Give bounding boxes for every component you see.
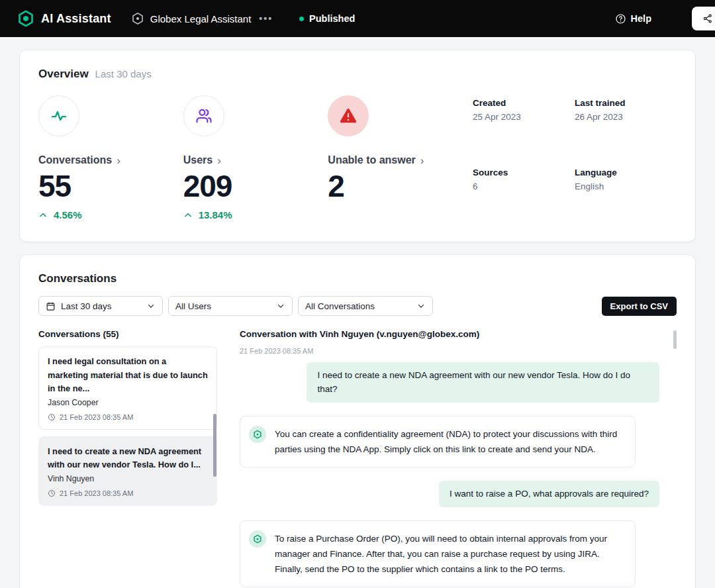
delta-value: 4.56%	[54, 209, 82, 220]
user-message: I need to create a new NDA agreement wit…	[307, 362, 659, 403]
assistant-hexagon-icon	[131, 12, 144, 25]
more-options-icon[interactable]: •••	[259, 13, 273, 24]
stat-users-label: Users	[183, 154, 213, 166]
users-filter-dropdown[interactable]: All Users	[168, 296, 293, 316]
help-label: Help	[631, 13, 651, 24]
publish-status: Published	[299, 13, 355, 24]
stat-users-value: 209	[183, 170, 328, 202]
assistant-selector[interactable]: Globex Legal Assistant	[131, 12, 252, 25]
date-range-dropdown[interactable]: Last 30 days	[38, 296, 163, 316]
conversation-detail-timestamp: 21 Feb 2023 08:35 AM	[240, 347, 659, 355]
meta-label: Last trained	[575, 98, 677, 108]
stat-unable-value: 2	[328, 170, 473, 202]
share-icon	[702, 13, 713, 24]
conversation-list-item[interactable]: I need legal consultation on a marketing…	[38, 346, 217, 429]
conversations-card: Conversations Last 30 days All Users All…	[20, 255, 695, 588]
calendar-icon	[46, 301, 56, 311]
meta-last-trained: Last trained 26 Apr 2023	[575, 98, 677, 152]
published-label: Published	[309, 13, 355, 24]
app-logo-icon	[17, 10, 34, 27]
stat-unable-to-answer: Unable to answer › 2	[328, 95, 473, 220]
stat-unable-link[interactable]: Unable to answer ›	[328, 154, 424, 166]
chevron-right-icon: ›	[117, 155, 120, 166]
users-icon	[183, 95, 224, 136]
meta-value: English	[575, 181, 677, 191]
stat-conversations-delta: 4.56%	[38, 209, 183, 220]
stat-conversations: Conversations › 55 4.56%	[38, 95, 183, 220]
meta-value: 6	[473, 181, 575, 191]
filters-row: Last 30 days All Users All Conversations…	[38, 296, 677, 316]
app-brand: AI Assistant	[17, 10, 111, 27]
stat-users-link[interactable]: Users ›	[183, 154, 221, 166]
activity-icon	[38, 95, 79, 136]
meta-value: 25 Apr 2023	[473, 112, 575, 122]
conversation-list-item-selected[interactable]: I need to create a new NDA agreement wit…	[38, 436, 217, 506]
help-icon	[615, 13, 626, 24]
chevron-down-icon	[146, 301, 156, 311]
meta-value: 26 Apr 2023	[575, 112, 677, 122]
clock-icon	[48, 413, 56, 421]
chevron-right-icon: ›	[420, 155, 424, 166]
stat-users: Users › 209 13.84%	[183, 95, 328, 220]
app-name: AI Assistant	[41, 12, 111, 26]
conversation-detail-title: Conversation with Vinh Nguyen (v.nguyen@…	[240, 329, 659, 339]
bot-avatar	[249, 530, 266, 548]
conversation-author: Vinh Nguyen	[48, 474, 208, 483]
overview-subtitle: Last 30 days	[95, 68, 152, 79]
meta-language: Language English	[575, 168, 677, 221]
user-message: I want to raise a PO, what approvals are…	[439, 481, 659, 507]
conversation-time: 21 Feb 2023 08:35 AM	[60, 489, 133, 497]
list-scrollbar-thumb[interactable]	[213, 414, 216, 477]
bot-message: You can create a confidentiality agreeme…	[240, 416, 636, 467]
conversation-type-value: All Conversations	[305, 301, 375, 311]
chevron-down-icon	[416, 301, 426, 311]
conversation-list: I need legal consultation on a marketing…	[38, 346, 217, 505]
assistant-name: Globex Legal Assistant	[150, 13, 252, 24]
bot-message-text: You can create a confidentiality agreeme…	[275, 426, 624, 458]
export-csv-button[interactable]: Export to CSV	[602, 297, 677, 316]
users-filter-value: All Users	[175, 301, 211, 311]
stat-unable-label: Unable to answer	[328, 154, 415, 166]
overview-meta: Created 25 Apr 2023 Last trained 26 Apr …	[473, 95, 677, 220]
conversation-list-header: Conversations (55)	[38, 329, 217, 339]
detail-scrollbar-thumb[interactable]	[673, 330, 677, 349]
conversation-preview: I need to create a new NDA agreement wit…	[48, 445, 208, 472]
share-button[interactable]: Share	[692, 7, 715, 30]
stat-conversations-label: Conversations	[38, 154, 112, 166]
conversation-time: 21 Feb 2023 08:35 AM	[60, 413, 133, 421]
bot-avatar	[249, 426, 266, 443]
meta-label: Created	[473, 98, 575, 108]
clock-icon	[48, 489, 56, 497]
chevron-right-icon: ›	[217, 155, 221, 166]
caret-up-icon	[183, 211, 193, 220]
conversation-author: Jason Cooper	[48, 398, 208, 407]
stat-conversations-link[interactable]: Conversations ›	[38, 154, 120, 166]
date-range-value: Last 30 days	[61, 301, 112, 311]
conversation-preview: I need legal consultation on a marketing…	[48, 355, 208, 395]
stat-users-delta: 13.84%	[183, 209, 328, 220]
bot-message: To raise a Purchase Order (PO), you will…	[240, 520, 636, 587]
caret-up-icon	[38, 211, 48, 220]
meta-label: Sources	[473, 168, 575, 177]
conversation-type-dropdown[interactable]: All Conversations	[298, 296, 433, 316]
conversations-title: Conversations	[38, 272, 677, 285]
meta-label: Language	[575, 168, 677, 177]
delta-value: 13.84%	[199, 209, 232, 220]
help-button[interactable]: Help	[615, 13, 651, 24]
conversation-detail-panel: Conversation with Vinh Nguyen (v.nguyen@…	[240, 329, 677, 588]
meta-created: Created 25 Apr 2023	[473, 98, 575, 152]
message-thread: I need to create a new NDA agreement wit…	[240, 362, 659, 588]
chevron-down-icon	[276, 301, 285, 311]
overview-card: Overview Last 30 days Conversations › 55…	[20, 50, 695, 242]
stat-conversations-value: 55	[38, 170, 183, 202]
published-dot-icon	[299, 17, 304, 21]
topbar: AI Assistant Globex Legal Assistant ••• …	[0, 0, 715, 37]
overview-title: Overview	[38, 68, 89, 81]
meta-sources: Sources 6	[473, 168, 575, 221]
conversation-list-panel: Conversations (55) I need legal consulta…	[38, 329, 217, 588]
bot-message-text: To raise a Purchase Order (PO), you will…	[275, 530, 624, 577]
warning-triangle-icon	[328, 95, 369, 136]
